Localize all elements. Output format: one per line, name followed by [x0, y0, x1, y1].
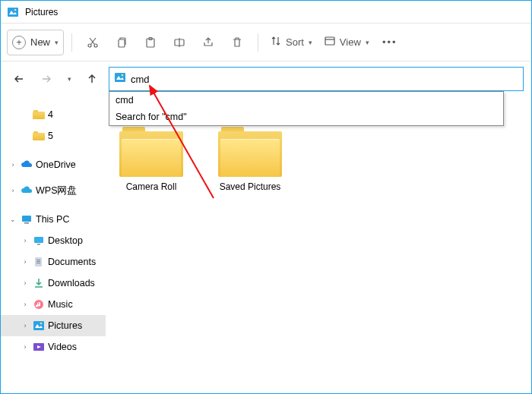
separator	[258, 33, 258, 52]
svg-rect-18	[36, 260, 40, 260]
chevron-right-icon: ›	[8, 161, 17, 169]
svg-point-3	[88, 44, 91, 47]
folder-icon	[33, 109, 45, 121]
sidebar-item-pictures[interactable]: › Pictures	[1, 315, 106, 336]
svg-rect-5	[119, 39, 125, 47]
svg-rect-20	[36, 263, 40, 263]
dropdown-item-cmd[interactable]: cmd	[109, 92, 503, 109]
forward-button[interactable]	[36, 68, 57, 90]
new-label: New	[30, 36, 50, 48]
sidebar-label: This PC	[36, 214, 69, 225]
separator	[71, 33, 72, 52]
desktop-icon	[33, 235, 45, 247]
more-button[interactable]: •••	[377, 30, 403, 55]
back-button[interactable]	[8, 68, 30, 90]
address-dropdown: cmd Search for "cmd"	[109, 91, 504, 126]
svg-rect-22	[33, 321, 44, 330]
chevron-right-icon: ›	[21, 258, 30, 266]
view-button[interactable]: View ▾	[320, 30, 374, 55]
pictures-icon	[33, 320, 45, 332]
downloads-icon	[33, 277, 45, 289]
up-button[interactable]	[81, 68, 103, 90]
chevron-right-icon: ›	[21, 301, 30, 308]
sidebar-label: 4	[48, 109, 53, 120]
content-area: 4 5 › OneDrive › WPS网盘 ⌄	[1, 96, 531, 393]
location-icon	[114, 71, 126, 87]
svg-point-2	[14, 8, 17, 11]
sidebar-item-downloads[interactable]: › Downloads	[1, 273, 106, 294]
svg-point-24	[40, 323, 43, 325]
sidebar-item-onedrive[interactable]: › OneDrive	[1, 154, 106, 175]
folder-icon	[33, 130, 45, 142]
sidebar-item-quick-5[interactable]: 5	[1, 125, 106, 147]
sidebar-item-music[interactable]: › Music	[1, 294, 106, 315]
titlebar: Pictures	[1, 1, 531, 24]
chevron-down-icon: ▾	[366, 39, 369, 46]
share-button[interactable]	[195, 30, 221, 55]
sidebar-label: Music	[48, 299, 73, 310]
nav-pane[interactable]: 4 5 › OneDrive › WPS网盘 ⌄	[1, 96, 106, 393]
file-explorer-window: Pictures + New ▾ Sort ▾ View ▾ ••• ▾	[0, 0, 532, 394]
nav-row: ▾ cmd Search for "cmd"	[1, 61, 531, 96]
cut-button[interactable]	[80, 30, 106, 55]
chevron-right-icon: ›	[8, 187, 17, 194]
folder-camera-roll[interactable]: Camera Roll	[113, 127, 189, 192]
sidebar-label: Videos	[48, 342, 77, 352]
pc-icon	[21, 213, 33, 225]
svg-rect-19	[36, 261, 40, 262]
view-label: View	[340, 36, 361, 48]
address-bar[interactable]: cmd Search for "cmd"	[109, 67, 524, 91]
sidebar-label: 5	[48, 131, 53, 141]
new-button[interactable]: + New ▾	[7, 30, 64, 55]
svg-rect-0	[8, 8, 18, 17]
sort-icon	[271, 36, 281, 49]
sidebar-label: OneDrive	[36, 159, 76, 170]
cloud-icon	[21, 159, 33, 171]
sidebar-label: Desktop	[48, 235, 83, 246]
chevron-down-icon: ⌄	[8, 216, 17, 223]
chevron-down-icon: ▾	[68, 75, 71, 83]
toolbar: + New ▾ Sort ▾ View ▾ •••	[1, 24, 531, 61]
copy-button[interactable]	[109, 30, 135, 55]
sort-label: Sort	[286, 36, 304, 48]
app-icon	[7, 6, 19, 18]
svg-rect-14	[24, 222, 29, 224]
svg-rect-15	[34, 237, 43, 243]
sidebar-item-desktop[interactable]: › Desktop	[1, 230, 106, 251]
dropdown-item-search[interactable]: Search for "cmd"	[109, 109, 503, 125]
sidebar-label: Pictures	[48, 320, 82, 331]
sidebar-label: WPS网盘	[36, 184, 77, 197]
cloud-icon	[21, 184, 33, 197]
address-input[interactable]	[131, 68, 518, 90]
recent-dropdown[interactable]: ▾	[63, 68, 75, 90]
plus-icon: +	[12, 36, 26, 49]
folder-icon	[218, 127, 282, 177]
svg-point-12	[122, 74, 124, 77]
chevron-right-icon: ›	[21, 322, 30, 329]
svg-rect-16	[37, 244, 40, 245]
chevron-right-icon: ›	[21, 343, 30, 351]
sidebar-item-documents[interactable]: › Documents	[1, 251, 106, 273]
videos-icon	[33, 341, 45, 353]
chevron-down-icon: ▾	[309, 39, 312, 46]
sidebar-item-quick-4[interactable]: 4	[1, 104, 106, 125]
sidebar-item-wps[interactable]: › WPS网盘	[1, 180, 106, 201]
chevron-right-icon: ›	[21, 279, 30, 287]
sidebar-item-thispc[interactable]: ⌄ This PC	[1, 209, 106, 230]
svg-point-4	[94, 44, 97, 47]
documents-icon	[33, 256, 45, 268]
delete-button[interactable]	[224, 30, 250, 55]
sidebar-item-videos[interactable]: › Videos	[1, 336, 106, 358]
svg-rect-9	[325, 37, 334, 45]
folder-view[interactable]: Camera Roll Saved Pictures	[106, 96, 531, 393]
rename-button[interactable]	[166, 30, 192, 55]
sidebar-label: Downloads	[48, 278, 95, 288]
paste-button[interactable]	[138, 30, 163, 55]
window-title: Pictures	[25, 7, 58, 17]
chevron-right-icon: ›	[21, 237, 30, 244]
chevron-down-icon: ▾	[55, 39, 59, 46]
folder-saved-pictures[interactable]: Saved Pictures	[212, 127, 288, 192]
view-icon	[325, 36, 335, 49]
sort-button[interactable]: Sort ▾	[266, 30, 317, 55]
svg-rect-13	[22, 216, 31, 222]
